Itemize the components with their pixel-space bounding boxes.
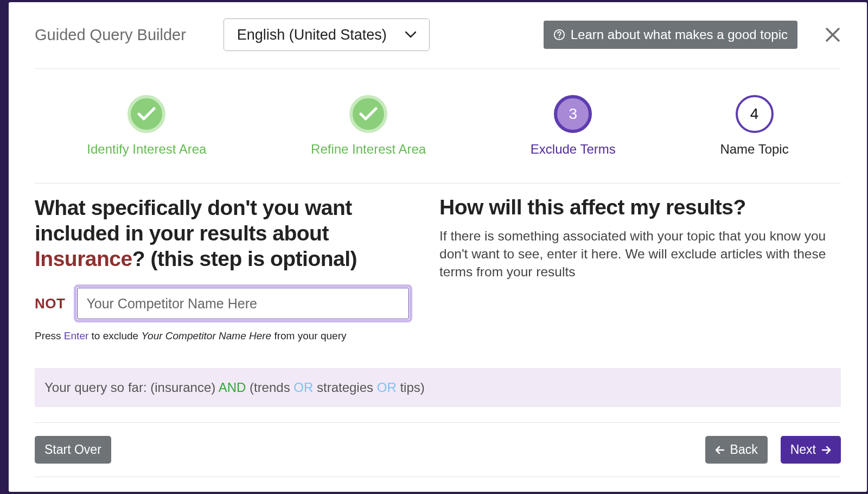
step-name-topic: 4 Name Topic: [720, 95, 788, 157]
hint-post: from your query: [271, 330, 346, 341]
step-refine-interest-area: Refine Interest Area: [311, 95, 426, 157]
chevron-down-icon: [405, 31, 416, 38]
divider: [35, 477, 841, 477]
query-preview: Your query so far: (insurance) AND (tren…: [35, 368, 841, 407]
question-pre: What specifically don't you want include…: [35, 196, 352, 245]
step-label: Refine Interest Area: [311, 142, 426, 157]
hint-mid: to exclude: [88, 330, 141, 341]
footer-right: Back Next: [705, 436, 841, 464]
step-label: Exclude Terms: [531, 142, 616, 157]
step-exclude-terms: 3 Exclude Terms: [531, 95, 616, 157]
query-part: tips): [397, 380, 425, 395]
step-identify-interest-area: Identify Interest Area: [87, 95, 206, 157]
start-over-button[interactable]: Start Over: [35, 436, 111, 464]
arrow-right-icon: [821, 445, 831, 455]
exclude-input-wrap: [74, 284, 412, 322]
back-label: Back: [730, 442, 758, 457]
learn-topic-button[interactable]: Learn about what makes a good topic: [544, 21, 797, 49]
svg-point-1: [559, 37, 560, 38]
stepper: Identify Interest Area Refine Interest A…: [35, 69, 841, 183]
check-icon: [137, 107, 156, 121]
exclude-question: What specifically don't you want include…: [35, 195, 412, 271]
modal-title: Guided Query Builder: [35, 26, 213, 44]
query-part: (insurance): [150, 380, 218, 395]
header-actions: Learn about what makes a good topic: [544, 21, 841, 49]
back-button[interactable]: Back: [705, 436, 768, 464]
content: What specifically don't you want include…: [35, 195, 841, 342]
modal-header: Guided Query Builder English (United Sta…: [35, 2, 841, 68]
language-select-value: English (United States): [237, 27, 387, 43]
divider: [35, 183, 841, 183]
query-part: (trends: [246, 380, 293, 395]
results-body: If there is something associated with yo…: [439, 227, 841, 281]
check-icon: [359, 107, 378, 121]
query-part: strategies: [313, 380, 376, 395]
close-button[interactable]: [825, 27, 841, 43]
question-topic: Insurance: [35, 247, 132, 270]
query-and: AND: [219, 380, 246, 395]
start-over-label: Start Over: [44, 442, 101, 457]
hint-em: Your Competitor Name Here: [141, 330, 271, 341]
arrow-left-icon: [715, 445, 725, 455]
step-circle-done: [127, 95, 165, 133]
query-or: OR: [377, 380, 397, 395]
not-label: NOT: [35, 295, 65, 312]
modal-footer: Start Over Back Next: [35, 422, 841, 477]
next-button[interactable]: Next: [781, 436, 841, 464]
step-label: Identify Interest Area: [87, 142, 206, 157]
help-circle-icon: [553, 29, 565, 41]
language-select[interactable]: English (United States): [224, 18, 430, 51]
step-label: Name Topic: [720, 142, 788, 157]
step-circle-future: 4: [736, 95, 774, 133]
query-prefix: Your query so far:: [44, 380, 150, 395]
hint-pre: Press: [35, 330, 64, 341]
hint-enter: Enter: [64, 330, 88, 341]
results-heading: How will this affect my results?: [439, 195, 841, 219]
next-label: Next: [790, 442, 816, 457]
step-circle-current: 3: [554, 95, 592, 133]
right-column: How will this affect my results? If ther…: [439, 195, 841, 342]
learn-topic-label: Learn about what makes a good topic: [571, 27, 788, 42]
query-or: OR: [293, 380, 313, 395]
left-column: What specifically don't you want include…: [35, 195, 412, 342]
guided-query-modal: Guided Query Builder English (United Sta…: [9, 2, 867, 492]
step-circle-done: [349, 95, 387, 133]
exclude-input[interactable]: [77, 288, 409, 319]
input-hint: Press Enter to exclude Your Competitor N…: [35, 330, 412, 342]
close-icon: [825, 27, 840, 42]
question-post: ? (this step is optional): [132, 247, 357, 270]
exclude-input-row: NOT: [35, 284, 412, 322]
